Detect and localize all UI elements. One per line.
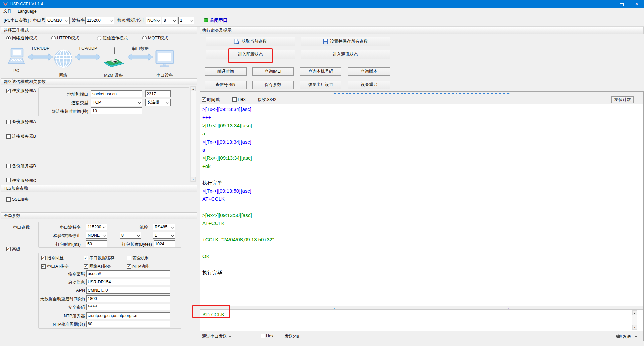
checkbox-cmd-echo[interactable] [41, 256, 46, 260]
recv-counter: 接收:8342 [258, 97, 276, 103]
ntp-server-input[interactable] [86, 312, 170, 319]
checkbox-server-b[interactable] [6, 134, 11, 139]
log-panel: ▴ ▴ 时间戳 Hex 接收:8342 复位计数 >[Tx->][09:13:3… [200, 91, 644, 341]
serial-baud-select[interactable]: 115200 [86, 224, 107, 230]
send-input-text[interactable]: AT+CCLK [202, 312, 225, 318]
query-phone-number-button[interactable]: 查询本机号码 [300, 67, 341, 76]
scroll-up-icon[interactable]: ▲ [632, 310, 637, 315]
log-output[interactable]: >[Tx->][09:13:34][asc]+++>[Rx<-][09:13:3… [200, 104, 643, 306]
splitter-handle[interactable]: ▾ ▾ [334, 308, 509, 308]
checkbox-serial-at[interactable] [41, 264, 46, 269]
dropdown-arrow-icon [229, 336, 231, 337]
serial-stopbits-select[interactable]: 1 [153, 232, 175, 239]
cmd-password-input[interactable] [86, 270, 170, 277]
query-signal-button[interactable]: 查信号强度 [205, 81, 247, 89]
close-button[interactable]: ✕ [629, 0, 644, 8]
save-params-button[interactable]: 保存参数 [252, 81, 294, 89]
apn-input[interactable] [86, 287, 170, 294]
flow-control-select[interactable]: RS485 [153, 224, 175, 230]
security-password-input[interactable] [86, 304, 170, 310]
send-button[interactable]: 发送 [623, 334, 631, 340]
restore-button[interactable] [613, 0, 629, 8]
arrow-pc-network-icon [27, 53, 53, 63]
log-line: >[Tx->][09:13:34][asc] [202, 138, 643, 146]
log-line [202, 228, 643, 236]
enter-comm-state-button[interactable]: 进入通讯状态 [301, 50, 390, 59]
baud-select[interactable]: 115200 [85, 17, 114, 24]
checkbox-backup-server-a[interactable] [6, 120, 11, 124]
checkbox-backup-server-b[interactable] [6, 164, 11, 168]
factory-reset-button[interactable]: 恢复出厂设置 [300, 81, 341, 89]
chevron-down-icon [166, 101, 170, 104]
pack-length-input[interactable] [154, 240, 175, 247]
checkbox-server-a[interactable] [6, 89, 11, 93]
checkbox-ntp[interactable] [127, 264, 131, 269]
baud-label: 波特率 [72, 18, 85, 23]
pc-serial-label: [PC串口参数]：串口号 [4, 18, 45, 23]
checkbox-security[interactable] [127, 256, 131, 260]
com-port-select[interactable]: COM10 [46, 17, 70, 24]
checkbox-ssl[interactable] [6, 197, 11, 202]
boot-info-input[interactable] [86, 279, 170, 285]
checkbox-label-send-hex: Hex [266, 334, 273, 338]
no-data-restart-input[interactable] [86, 295, 170, 302]
m2m-device-icon [103, 47, 124, 71]
splitter-arrow-icon: ▴ [334, 92, 335, 94]
log-splitter-top[interactable]: ▴ ▴ [200, 92, 643, 95]
menu-language[interactable]: Language [15, 8, 40, 15]
ntp-period-input[interactable] [86, 321, 170, 327]
menu-file[interactable]: 文件 [0, 8, 15, 15]
pack-time-input[interactable] [86, 240, 107, 247]
send-via-serial-dropdown[interactable]: 通过串口发送 [202, 334, 231, 339]
checkbox-timestamp[interactable] [202, 97, 206, 102]
network-params-scrollbar[interactable]: ▲ ▼ [190, 86, 196, 182]
dropdown-arrow-icon[interactable] [635, 336, 637, 337]
databits-select[interactable]: 8 [162, 17, 177, 24]
radio-network-passthrough[interactable] [6, 36, 11, 40]
send-input-area[interactable]: AT+CCLK ▲ ▼ [200, 310, 643, 331]
send-scrollbar[interactable]: ▲ ▼ [632, 310, 637, 330]
checkbox-serial-cache[interactable] [84, 256, 88, 260]
parity-select[interactable]: NONI [146, 17, 161, 24]
checkbox-advanced[interactable] [6, 247, 11, 251]
splitter-handle[interactable]: ▴ ▴ [334, 93, 509, 94]
scroll-down-icon[interactable]: ▼ [191, 177, 196, 182]
log-splitter-bottom[interactable]: ▾ ▾ [200, 306, 643, 310]
serial-databits-select[interactable]: 8 [120, 232, 141, 239]
connection-mode-select[interactable]: 长连接 [145, 99, 171, 106]
flow-control-label: 流控 [136, 225, 148, 230]
radio-httpd-mode[interactable] [51, 36, 56, 40]
minimize-button[interactable] [598, 0, 613, 8]
reset-counter-button[interactable]: 复位计数 [611, 96, 634, 103]
chevron-down-icon [157, 19, 160, 22]
scroll-up-icon[interactable]: ▲ [191, 86, 196, 91]
checkbox-label-serial-at: 串口AT指令 [47, 264, 69, 269]
query-imei-button[interactable]: 查询IMEI [252, 67, 294, 76]
checkbox-server-c[interactable] [6, 178, 11, 182]
compile-time-button[interactable]: 编译时间 [205, 67, 247, 76]
security-password-label: 安全密码 [34, 305, 85, 310]
restore-icon [620, 3, 623, 6]
connection-type-select[interactable]: TCP [91, 99, 142, 106]
get-params-button[interactable]: 获取当前参数 [206, 37, 295, 46]
network-globe-icon [54, 49, 73, 69]
scroll-down-icon[interactable]: ▼ [632, 325, 637, 330]
server-a-port-input[interactable] [145, 90, 171, 97]
checkbox-recv-hex[interactable] [232, 97, 237, 102]
enter-config-state-button[interactable]: 进入配置状态 [206, 50, 295, 59]
checkbox-send-hex[interactable] [261, 334, 265, 338]
checkbox-network-at[interactable] [84, 264, 88, 269]
serial-parity-select[interactable]: NONE [86, 232, 107, 239]
close-serial-port-button[interactable]: 关闭串口 [210, 17, 228, 23]
pc-icon [8, 48, 25, 69]
stopbits-select[interactable]: 1 [178, 17, 194, 24]
radio-sms-passthrough[interactable] [97, 36, 101, 40]
log-line: +++ [202, 113, 643, 121]
short-conn-timeout-input[interactable] [91, 107, 142, 114]
server-a-address-input[interactable] [91, 90, 142, 97]
set-save-params-button[interactable]: 设置并保存所有参数 [301, 37, 390, 46]
radio-mqtt-mode[interactable] [142, 36, 147, 40]
query-version-button[interactable]: 查询版本 [348, 67, 390, 76]
device-restart-button[interactable]: 设备重启 [348, 81, 390, 89]
toolbar-separator [240, 16, 240, 25]
